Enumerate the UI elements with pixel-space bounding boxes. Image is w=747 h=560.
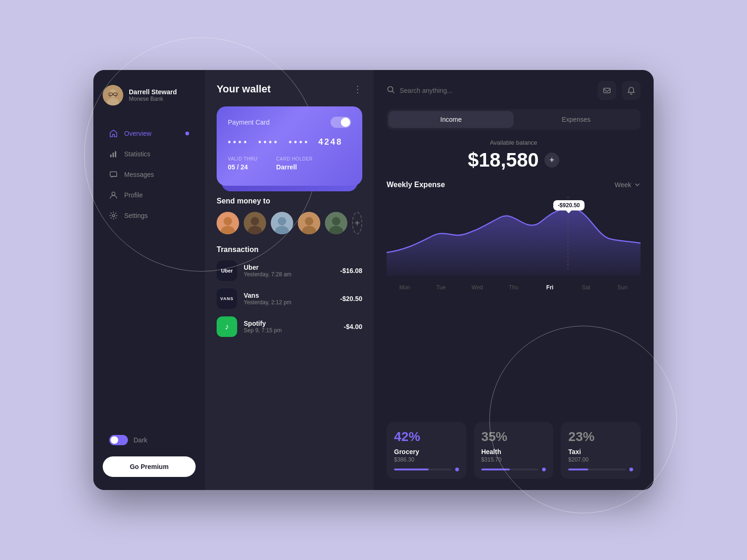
balance-add-button[interactable]: +: [544, 153, 559, 168]
payment-card: Payment Card •••• •••• •••• 4248 VALID T…: [217, 106, 362, 186]
valid-thru: VALID THRU 05 / 24: [228, 156, 258, 171]
taxi-bar-dot: [629, 468, 633, 471]
card-label: Payment Card: [228, 119, 269, 126]
spotify-amount: -$4.00: [344, 323, 362, 330]
sidebar-label-statistics: Statistics: [124, 150, 150, 158]
sidebar-item-overview[interactable]: Overview: [103, 124, 196, 143]
chart-day-mon: Mon: [387, 284, 423, 291]
grocery-name: Grocery: [394, 448, 459, 455]
sidebar-label-settings: Settings: [124, 212, 148, 219]
svg-point-27: [332, 217, 340, 225]
income-tab[interactable]: Income: [388, 111, 514, 128]
spotify-date: Sep 9, 7:15 pm: [244, 327, 337, 334]
valid-thru-value: 05 / 24: [228, 163, 258, 171]
week-selector[interactable]: Week: [614, 181, 641, 189]
messages-icon: [109, 170, 118, 179]
uber-info: Uber Yesterday, 7:28 am: [244, 264, 334, 278]
health-name: Health: [481, 448, 546, 455]
svg-point-18: [251, 217, 259, 225]
user-profile: Darrell Steward Monese Bank: [103, 85, 196, 105]
send-money-avatars: +: [217, 212, 362, 234]
mail-button[interactable]: [598, 81, 616, 100]
vans-info: Vans Yesterday, 2:12 pm: [244, 292, 334, 306]
transaction-item-vans: VANS Vans Yesterday, 2:12 pm -$20.50: [217, 288, 362, 309]
vans-date: Yesterday, 2:12 pm: [244, 299, 334, 306]
chart-header: Weekly Expense Week: [387, 181, 641, 189]
taxi-percentage: 23%: [568, 429, 633, 444]
wallet-title: Your wallet: [217, 83, 271, 95]
sidebar-bottom: Dark Go Premium: [103, 431, 196, 477]
vans-icon: VANS: [217, 288, 237, 309]
taxi-name: Taxi: [568, 448, 633, 455]
sidebar-item-profile[interactable]: Profile: [103, 186, 196, 204]
card-wrapper: Payment Card •••• •••• •••• 4248 VALID T…: [217, 106, 362, 186]
balance-label: Available balance: [387, 139, 641, 146]
right-panel: Income Expenses Available balance $18,58…: [374, 70, 654, 490]
taxi-bar: [568, 468, 633, 471]
dark-mode-toggle[interactable]: Dark: [103, 431, 196, 449]
card-holder-label: CARD HOLDER: [276, 156, 313, 161]
user-name: Darrell Steward: [129, 88, 177, 96]
search-input[interactable]: [400, 87, 590, 94]
transaction-item-uber: Uber Uber Yesterday, 7:28 am -$16.08: [217, 260, 362, 281]
balance-amount-row: $18,580 +: [387, 149, 641, 171]
contact-avatar-5[interactable]: [325, 212, 347, 234]
transactions-title: Transaction: [217, 245, 362, 254]
health-bar-bg: [481, 469, 539, 470]
notification-button[interactable]: [622, 81, 641, 100]
expenses-tab[interactable]: Expenses: [514, 111, 639, 128]
svg-point-13: [113, 215, 115, 217]
svg-rect-9: [113, 153, 114, 157]
svg-rect-10: [115, 151, 116, 157]
grocery-bar-bg: [394, 469, 451, 470]
card-details: VALID THRU 05 / 24 CARD HOLDER Darrell: [228, 156, 351, 171]
stat-card-taxi: 23% Taxi $207.00: [561, 422, 641, 479]
uber-amount: -$16.08: [340, 267, 362, 274]
profile-icon: [109, 191, 118, 199]
transactions-section: Transaction Uber Uber Yesterday, 7:28 am…: [217, 245, 362, 337]
nav-menu: Overview Statistics: [103, 124, 196, 431]
chart-day-tue: Tue: [423, 284, 459, 291]
svg-point-21: [278, 217, 286, 225]
chart-section: Weekly Expense Week -$920.50: [387, 181, 641, 413]
settings-icon: [109, 211, 118, 220]
balance-display: Available balance $18,580 +: [387, 139, 641, 171]
week-label: Week: [614, 181, 631, 189]
sidebar-item-messages[interactable]: Messages: [103, 165, 196, 184]
search-icon: [387, 85, 395, 96]
sidebar-item-statistics[interactable]: Statistics: [103, 145, 196, 163]
add-contact-button[interactable]: +: [352, 212, 362, 234]
toggle-switch[interactable]: [109, 435, 128, 445]
taxi-bar-fill: [568, 469, 588, 470]
card-number: •••• •••• •••• 4248: [228, 137, 351, 147]
app-container: Darrell Steward Monese Bank Overview: [93, 70, 654, 490]
stat-card-health: 35% Health $315.70: [474, 422, 554, 479]
spotify-name: Spotify: [244, 320, 337, 327]
taxi-bar-bg: [568, 469, 626, 470]
sidebar-item-settings[interactable]: Settings: [103, 206, 196, 225]
avatar-image: [103, 85, 123, 105]
card-toggle[interactable]: [331, 117, 351, 128]
uber-icon: Uber: [217, 260, 237, 281]
health-percentage: 35%: [481, 429, 546, 444]
chart-day-thu: Thu: [495, 284, 532, 291]
go-premium-button[interactable]: Go Premium: [103, 456, 196, 477]
sidebar-label-overview: Overview: [124, 130, 151, 137]
sidebar-label-profile: Profile: [124, 191, 143, 199]
grocery-bar-dot: [455, 468, 459, 471]
valid-thru-label: VALID THRU: [228, 156, 258, 161]
wallet-panel: Your wallet ⋮ Payment Card •••• •••• •••…: [205, 70, 374, 490]
contact-avatar-4[interactable]: [298, 212, 320, 234]
contact-avatar-1[interactable]: [217, 212, 239, 234]
svg-rect-11: [110, 172, 117, 176]
chart-svg: [387, 196, 641, 276]
wallet-header: Your wallet ⋮: [217, 83, 362, 95]
avatar: [103, 85, 123, 105]
sidebar-label-messages: Messages: [124, 171, 154, 178]
stats-row: 42% Grocery $386.30 35% Health $315.70: [387, 422, 641, 479]
contact-avatar-3[interactable]: [271, 212, 293, 234]
chart-day-sun: Sun: [604, 284, 641, 291]
contact-avatar-2[interactable]: [244, 212, 266, 234]
chart-day-wed: Wed: [459, 284, 495, 291]
wallet-menu-dots[interactable]: ⋮: [353, 84, 362, 95]
